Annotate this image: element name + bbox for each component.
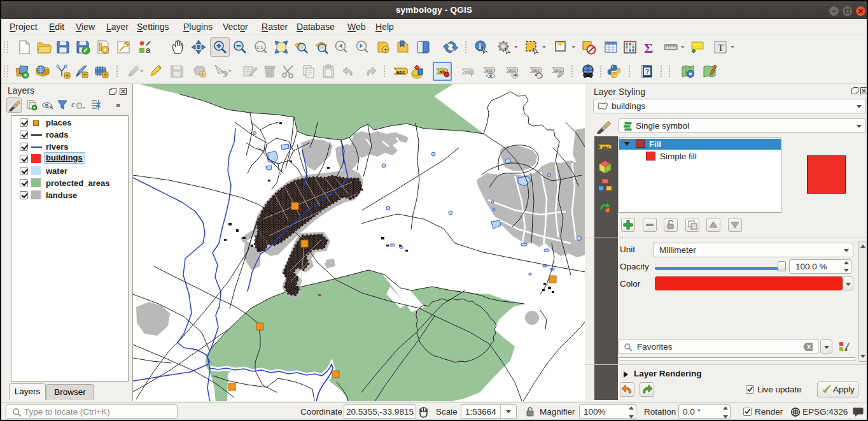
svg-text:a: a — [844, 346, 848, 352]
svg-text:abc: abc — [555, 68, 563, 73]
svg-text:abc: abc — [396, 69, 405, 75]
svg-text:abc: abc — [486, 68, 494, 73]
svg-text:abc: abc — [602, 145, 610, 150]
svg-text:abc: abc — [509, 68, 517, 73]
svg-text:T: T — [718, 43, 724, 53]
svg-text:1:1: 1:1 — [256, 45, 264, 50]
svg-text:?: ? — [645, 68, 649, 75]
svg-text:ε: ε — [71, 99, 75, 109]
svg-text:abc: abc — [533, 68, 540, 73]
svg-text:a: a — [146, 45, 151, 55]
svg-text:Σ: Σ — [644, 40, 653, 55]
